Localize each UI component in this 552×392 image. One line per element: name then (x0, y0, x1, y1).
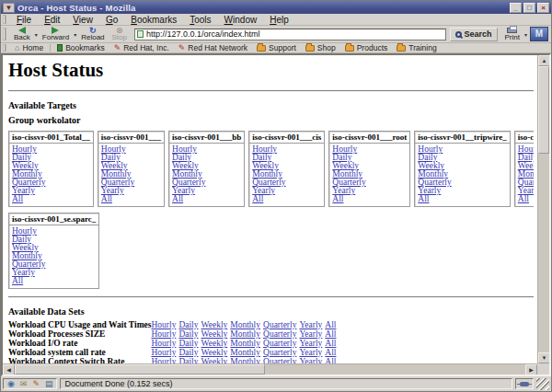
search-button[interactable]: Search (450, 28, 498, 41)
back-button[interactable]: Back (10, 26, 34, 42)
period-link-daily[interactable]: Daily (178, 320, 198, 329)
navigation-toolbar: Back ▾ Forward ▾ ↻ Reload ⊗ Stop Search … (1, 26, 551, 43)
menu-view[interactable]: View (66, 15, 99, 25)
addressbook-icon[interactable]: ▤ (45, 380, 53, 388)
target-table-title: iso-cissvr-001_Total__ (9, 132, 93, 144)
period-link-all[interactable]: All (325, 329, 336, 339)
period-link-quarterly[interactable]: Quarterly (263, 329, 296, 339)
personal-toolbar-red-hat-network[interactable]: ✎Red Hat Network (174, 43, 252, 52)
personal-toolbar-bookmarks[interactable]: Bookmarks (52, 43, 109, 52)
menu-help[interactable]: Help (263, 15, 295, 25)
scroll-left-icon[interactable]: ◀ (3, 364, 15, 375)
target-table: iso-cissvr-001___cisHourlyDailyWeeklyMon… (248, 131, 325, 207)
period-link-hourly[interactable]: Hourly (151, 357, 176, 363)
period-link-quarterly[interactable]: Quarterly (263, 339, 296, 348)
period-link-weekly[interactable]: Weekly (201, 357, 228, 363)
personal-toolbar-home[interactable]: ⌂Home (10, 43, 48, 52)
period-link-all[interactable]: All (325, 339, 336, 348)
period-link-daily[interactable]: Daily (178, 357, 198, 363)
toolbar-grippy[interactable] (3, 28, 6, 40)
period-link-quarterly[interactable]: Quarterly (263, 357, 296, 363)
period-link-hourly[interactable]: Hourly (151, 329, 176, 339)
menu-bookmarks[interactable]: Bookmarks (124, 15, 183, 25)
period-link-all[interactable]: All (332, 195, 407, 203)
toolbar-grippy[interactable] (3, 44, 6, 52)
page-proxy-icon[interactable] (137, 30, 144, 38)
vertical-scroll-thumb[interactable] (538, 66, 549, 154)
scroll-up-icon[interactable]: ▲ (538, 55, 550, 66)
period-link-hourly[interactable]: Hourly (151, 339, 176, 348)
composer-icon[interactable]: ✎ (32, 380, 40, 388)
personal-toolbar-shop[interactable]: Shop (301, 43, 340, 52)
period-link-monthly[interactable]: Monthly (230, 348, 260, 357)
maximize-button[interactable]: □ (523, 3, 535, 13)
window-resize-grip[interactable] (536, 378, 549, 390)
period-link-yearly[interactable]: Yearly (299, 348, 322, 357)
target-tables-row-1: iso-cissvr-001_Total__HourlyDailyWeeklyM… (8, 131, 534, 207)
mozilla-logo-icon[interactable]: M (530, 27, 548, 41)
print-dropdown[interactable]: ▾ (523, 31, 528, 38)
horizontal-scrollbar[interactable]: ◀ ▶ (3, 363, 537, 375)
folder-icon (257, 45, 266, 52)
personal-toolbar-red-hat-inc[interactable]: ✎Red Hat, Inc. (109, 43, 174, 52)
minimize-button[interactable]: _ (510, 3, 522, 13)
period-link-yearly[interactable]: Yearly (299, 320, 322, 329)
period-link-yearly[interactable]: Yearly (299, 357, 322, 363)
period-link-all[interactable]: All (12, 277, 96, 285)
personal-toolbar-products[interactable]: Products (340, 43, 393, 52)
period-link-weekly[interactable]: Weekly (201, 320, 228, 329)
menu-window[interactable]: Window (218, 15, 264, 25)
period-link-daily[interactable]: Daily (178, 329, 198, 339)
period-link-all[interactable]: All (418, 195, 506, 203)
period-link-monthly[interactable]: Monthly (230, 357, 260, 363)
personal-toolbar-training[interactable]: Training (392, 43, 441, 52)
menu-edit[interactable]: Edit (38, 15, 66, 25)
period-link-all[interactable]: All (325, 320, 336, 329)
reload-button[interactable]: ↻ Reload (77, 26, 108, 42)
url-bar[interactable] (134, 29, 446, 40)
personal-toolbar-support[interactable]: Support (252, 43, 301, 52)
menu-file[interactable]: File (10, 15, 38, 25)
period-link-daily[interactable]: Daily (178, 339, 198, 348)
period-link-daily[interactable]: Daily (178, 348, 198, 357)
period-link-monthly[interactable]: Monthly (230, 320, 260, 329)
online-status[interactable] (515, 378, 534, 389)
mail-icon[interactable]: ✉ (20, 380, 28, 388)
period-link-yearly[interactable]: Yearly (332, 187, 407, 195)
url-input[interactable] (146, 29, 443, 40)
period-link-monthly[interactable]: Monthly (230, 329, 260, 339)
scroll-down-icon[interactable]: ▼ (538, 352, 550, 363)
horizontal-scroll-thumb[interactable] (15, 364, 265, 375)
close-button[interactable]: × (537, 3, 549, 13)
window-menu-icon[interactable]: ▼ (3, 3, 15, 13)
period-link-weekly[interactable]: Weekly (201, 348, 228, 357)
period-link-hourly[interactable]: Hourly (151, 320, 176, 329)
forward-button[interactable]: Forward (39, 26, 73, 42)
period-link-monthly[interactable]: Monthly (230, 339, 260, 348)
period-link-all[interactable]: All (325, 348, 336, 357)
dataset-name: Workload system call rate (8, 348, 151, 357)
vertical-scrollbar[interactable]: ▲ ▼ (537, 55, 549, 363)
period-link-yearly[interactable]: Yearly (12, 269, 96, 277)
period-link-weekly[interactable]: Weekly (201, 339, 228, 348)
period-link-weekly[interactable]: Weekly (201, 329, 228, 339)
toolbar-grippy[interactable] (3, 15, 6, 24)
period-link-all[interactable]: All (101, 195, 161, 203)
print-button[interactable]: Print (501, 26, 523, 42)
menu-go[interactable]: Go (99, 15, 124, 25)
period-link-yearly[interactable]: Yearly (12, 187, 90, 195)
period-link-yearly[interactable]: Yearly (418, 187, 506, 195)
period-link-quarterly[interactable]: Quarterly (263, 348, 296, 357)
period-link-all[interactable]: All (172, 195, 241, 203)
period-link-quarterly[interactable]: Quarterly (263, 320, 296, 329)
navigator-icon[interactable]: ◉ (7, 380, 15, 388)
scroll-right-icon[interactable]: ▶ (525, 364, 537, 375)
period-link-hourly[interactable]: Hourly (151, 348, 176, 357)
period-link-all[interactable]: All (325, 357, 336, 363)
period-link-all[interactable]: All (518, 195, 534, 203)
period-link-all[interactable]: All (252, 195, 321, 203)
period-link-yearly[interactable]: Yearly (299, 339, 322, 348)
period-link-all[interactable]: All (12, 195, 90, 203)
period-link-yearly[interactable]: Yearly (299, 329, 322, 339)
menu-tools[interactable]: Tools (183, 15, 217, 25)
